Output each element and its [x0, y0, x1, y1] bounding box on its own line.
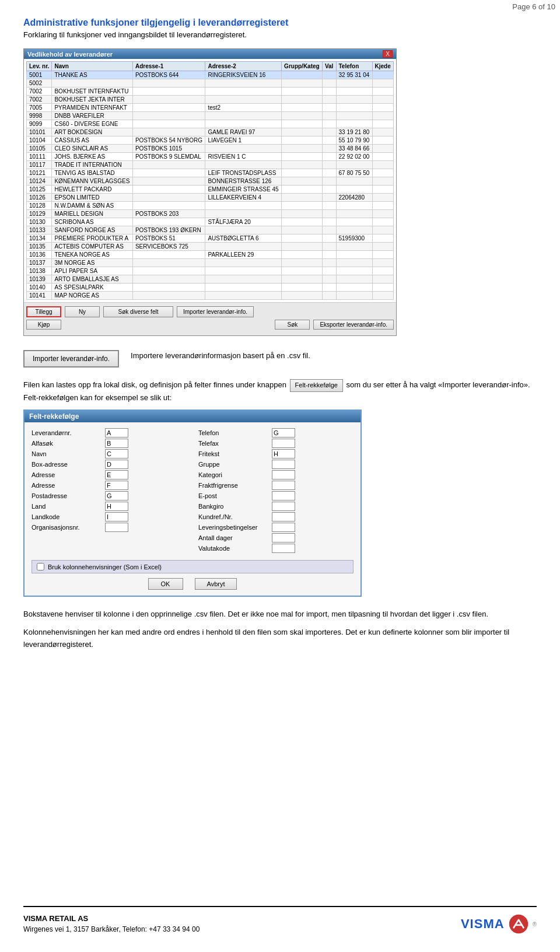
- checkbox-row: Bruk kolonnehenvisninger (Som i Excel): [32, 560, 354, 573]
- button-row-2: Kjøp Søk Eksporter leverandør-info.: [26, 320, 394, 330]
- table-row[interactable]: 10126EPSON LIMITEDLILLEAKERVEIEN 4220642…: [27, 194, 394, 202]
- ny-button[interactable]: Ny: [65, 306, 100, 317]
- excel-checkbox[interactable]: [37, 563, 44, 570]
- window-title: Vedlikehold av leverandører: [27, 51, 113, 58]
- dialog-field-right: E-post: [198, 491, 354, 501]
- sok-button[interactable]: Søk: [275, 320, 310, 330]
- table-row[interactable]: 10101ART BOKDESIGNGAMLE RAVEI 9733 19 21…: [27, 128, 394, 136]
- footer-left: VISMA RETAIL AS Wirgenes vei 1, 3157 Bar…: [23, 913, 200, 935]
- page-number: Page 6 of 10: [508, 0, 560, 13]
- import-section: Importer leverandør-info. Importere leve…: [23, 350, 537, 368]
- table-row[interactable]: 10140AS SPESIALPARK: [27, 284, 394, 292]
- col-lev-nr: Lev. nr.: [27, 62, 52, 71]
- dialog-field-right: Bankgiro: [198, 502, 354, 511]
- dialog-field-left: Landkode: [32, 512, 187, 522]
- col-adresse1: Adresse-1: [132, 62, 205, 71]
- dialog-grid: Leverandørnr.AlfasøkNavnBox-adresseAdres…: [32, 428, 354, 554]
- table-row[interactable]: 9998DNBB VAREFILER: [27, 112, 394, 120]
- table-row[interactable]: 10117TRADE IT INTERNATION: [27, 161, 394, 169]
- dialog-field-left: Box-adresse: [32, 460, 187, 469]
- dialog-ok-button[interactable]: OK: [148, 578, 183, 590]
- import-description: Importere leverandørinformasjon basert p…: [131, 350, 537, 362]
- window-titlebar: Vedlikehold av leverandører X: [24, 49, 396, 59]
- button-row-1: Tillegg Ny Søk diverse felt Importer lev…: [26, 306, 394, 317]
- table-row[interactable]: 10111JOHS. BJERKE ASPOSTBOKS 9 SLEMDALRI…: [27, 153, 394, 161]
- desc-text-1: Bokstavene henviser til kolonne i den op…: [23, 610, 226, 618]
- window-close-button[interactable]: X: [383, 50, 393, 58]
- table-row[interactable]: 10125HEWLETT PACKARDEMMINGEIR STRASSE 45: [27, 186, 394, 194]
- dialog-field-right: Gruppe: [198, 460, 354, 469]
- kjop-button[interactable]: Kjøp: [26, 320, 61, 330]
- sub-title: Forklaring til funksjoner ved inngangsbi…: [23, 30, 537, 39]
- felt-rekkefølge-dialog: Felt-rekkefølge Leverandørnr.AlfasøkNavn…: [23, 410, 362, 597]
- table-row[interactable]: 101373M NORGE AS: [27, 259, 394, 267]
- table-row[interactable]: 10138APLI PAPER SA: [27, 267, 394, 275]
- table-row[interactable]: 10133SANFORD NORGE ASPOSTBOKS 193 ØKERN: [27, 226, 394, 235]
- col-adresse2: Adresse-2: [205, 62, 282, 71]
- importer-button[interactable]: Importer leverandør-info.: [177, 306, 254, 317]
- table-row[interactable]: 7005PYRAMIDEN INTERNFAKTtest2: [27, 104, 394, 112]
- company-name: VISMA RETAIL AS: [23, 913, 200, 925]
- company-address: Wirgenes vei 1, 3157 Barkåker, Telefon: …: [23, 924, 200, 935]
- window-content: Lev. nr. Navn Adresse-1 Adresse-2 Grupp/…: [24, 59, 396, 302]
- col-telefon: Telefon: [336, 62, 372, 71]
- dialog-field-right: Kategori: [198, 470, 354, 480]
- table-row[interactable]: 10121TENVIG AS IBALSTADLEIF TRONSTADSPLA…: [27, 169, 394, 177]
- dialog-field-right: Fraktfrigrense: [198, 481, 354, 490]
- tillegg-button[interactable]: Tillegg: [26, 306, 61, 317]
- visma-icon: [508, 914, 529, 935]
- table-row[interactable]: 10105CLEO SINCLAIR ASPOSTBOKS 101533 48 …: [27, 145, 394, 153]
- col-kjede: Kjede: [372, 62, 393, 71]
- window-buttons: Tillegg Ny Søk diverse felt Importer lev…: [24, 302, 396, 335]
- dialog-field-left: Adresse: [32, 470, 187, 480]
- dialog-field-right: Telefax: [198, 439, 354, 448]
- import-leverandor-button[interactable]: Importer leverandør-info.: [23, 350, 119, 368]
- desc-para-2: Bokstavene henviser til kolonne i den op…: [23, 608, 537, 621]
- table-row[interactable]: 9099CS60 - DIVERSE EGNE: [27, 120, 394, 128]
- dialog-field-left: Organisasjonsnr.: [32, 523, 187, 532]
- desc-para-3: Kolonnehenvisningen her kan med andre or…: [23, 626, 537, 651]
- table-row[interactable]: 5001THANKE ASPOSTBOKS 644RINGERIKSVEIEN …: [27, 71, 394, 79]
- dialog-field-right: Valutakode: [198, 544, 354, 553]
- dialog-field-right: Leveringsbetingelser: [198, 523, 354, 532]
- dialog-content: Leverandørnr.AlfasøkNavnBox-adresseAdres…: [24, 422, 360, 596]
- col-val: Val: [322, 62, 336, 71]
- dialog-cancel-button[interactable]: Avbryt: [195, 578, 237, 590]
- dialog-field-right: Antall dager: [198, 533, 354, 542]
- table-row[interactable]: 7002BOKHUSET JEKTA INTER: [27, 96, 394, 104]
- table-row[interactable]: 10128N.W.DAMM & SØN AS: [27, 202, 394, 210]
- table-row[interactable]: 10141MAP NORGE AS: [27, 292, 394, 300]
- felt-rekkefølge-inline-btn[interactable]: Felt-rekkefølge: [290, 379, 343, 392]
- col-navn: Navn: [52, 62, 132, 71]
- table-row[interactable]: 10104CASSIUS ASPOSTBOKS 54 NYBORGLIAVEGE…: [27, 136, 394, 145]
- eksporter-button[interactable]: Eksporter leverandør-info.: [313, 320, 394, 330]
- table-row[interactable]: 10129MARIELL DESIGNPOSTBOKS 203: [27, 210, 394, 218]
- dialog-field-left: Adresse: [32, 481, 187, 490]
- desc-text-2: Det er ikke noe mal for import, men tilp…: [228, 610, 489, 618]
- col-grupp: Grupp/Kateg: [282, 62, 323, 71]
- dialog-titlebar: Felt-rekkefølge: [24, 411, 360, 422]
- dialog-field-left: Postadresse: [32, 491, 187, 501]
- table-row[interactable]: 10130SCRIBONA ASSTÅLFJÆRA 20: [27, 218, 394, 226]
- table-row[interactable]: 10135ACTEBIS COMPUTER ASSERVICEBOKS 725: [27, 243, 394, 251]
- dialog-field-right: Telefon: [198, 428, 354, 438]
- table-row[interactable]: 10134PREMIERE PRODUKTER APOSTBOKS 51AUST…: [27, 235, 394, 243]
- dialog-field-left: Alfasøk: [32, 439, 187, 448]
- footer: VISMA RETAIL AS Wirgenes vei 1, 3157 Bar…: [23, 906, 537, 935]
- dialog-field-right: Fritekst: [198, 449, 354, 459]
- checkbox-label: Bruk kolonnehenvisninger (Som i Excel): [48, 564, 162, 570]
- dialog-field-left: Land: [32, 502, 187, 511]
- dialog-field-left: Navn: [32, 449, 187, 459]
- table-row[interactable]: 7002BOKHUSET INTERNFAKTU: [27, 88, 394, 96]
- dialog-field-right: Kundref./Nr.: [198, 512, 354, 522]
- table-row[interactable]: 5002: [27, 79, 394, 88]
- table-row[interactable]: 10136TENEKA NORGE ASPARKALLEEN 29: [27, 251, 394, 259]
- table-row[interactable]: 10124KØNEMANN VERLAGSGESBONNERSTRASSE 12…: [27, 177, 394, 186]
- import-desc-text: Importere leverandørinformasjon basert p…: [131, 351, 310, 360]
- vendor-table: Lev. nr. Navn Adresse-1 Adresse-2 Grupp/…: [26, 61, 394, 300]
- sok-diverse-button[interactable]: Søk diverse felt: [103, 306, 173, 317]
- main-title: Administrative funksjoner tilgjengelig i…: [23, 18, 537, 28]
- vendor-window: Vedlikehold av leverandører X Lev. nr. N…: [23, 48, 397, 336]
- svg-point-0: [509, 915, 527, 933]
- table-row[interactable]: 10139ARTO EMBALLASJE AS: [27, 275, 394, 284]
